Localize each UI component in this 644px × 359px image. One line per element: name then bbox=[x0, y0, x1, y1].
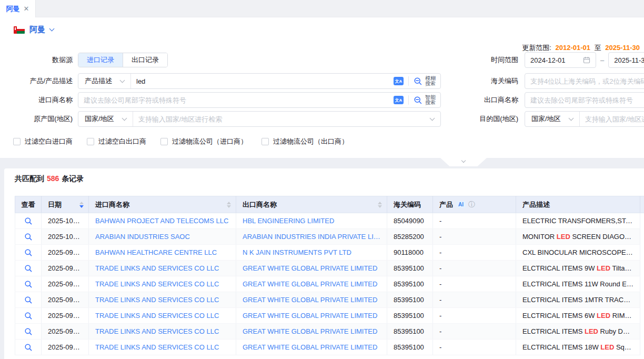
filter-blank-exporter[interactable]: 过滤空白出口商 bbox=[87, 137, 146, 146]
dest-country-input[interactable] bbox=[580, 115, 644, 123]
exporter-link[interactable]: ARABIAN INDUSTRIES INDIA PRIVATE LIMIT..… bbox=[243, 233, 380, 241]
scrollbar-track bbox=[640, 229, 644, 245]
origin-country-label: 原产国(地区) bbox=[0, 114, 73, 124]
view-record-button[interactable] bbox=[24, 280, 33, 288]
checkbox[interactable] bbox=[13, 138, 21, 145]
info-icon[interactable]: ⓘ bbox=[468, 201, 475, 208]
view-cell bbox=[15, 340, 42, 355]
product-search-input[interactable] bbox=[131, 77, 394, 85]
description-cell: ELCTRICAL ITEMS 1MTR TRACK PATT... bbox=[516, 292, 640, 308]
magnifier-icon bbox=[24, 248, 33, 257]
view-record-button[interactable] bbox=[24, 233, 33, 241]
view-record-button[interactable] bbox=[24, 312, 33, 320]
view-cell bbox=[15, 308, 42, 324]
view-record-button[interactable] bbox=[24, 248, 33, 257]
table-row: 2025-09-30 BAHWAN HEALTHCARE CENTRE LLC … bbox=[15, 245, 644, 261]
origin-country-group: 国家/地区 bbox=[78, 111, 441, 127]
view-record-button[interactable] bbox=[24, 264, 33, 273]
importer-link[interactable]: TRADE LINKS AND SERVICES CO LLC bbox=[95, 280, 229, 288]
checkbox[interactable] bbox=[87, 138, 94, 145]
magnifier-icon bbox=[24, 312, 33, 320]
update-range-end: 2025-11-30 bbox=[605, 44, 640, 52]
sort-control-date[interactable] bbox=[79, 202, 84, 208]
start-date-input[interactable]: 2024-12-01 bbox=[525, 52, 596, 68]
table-row: 2025-09-29 TRADE LINKS AND SERVICES CO L… bbox=[15, 308, 644, 324]
view-record-button[interactable] bbox=[24, 327, 33, 336]
importer-link[interactable]: TRADE LINKS AND SERVICES CO LLC bbox=[95, 264, 229, 272]
tab-export-records[interactable]: 出口记录 bbox=[123, 53, 167, 67]
country-selector[interactable]: 阿曼 bbox=[14, 25, 54, 35]
importer-link[interactable]: TRADE LINKS AND SERVICES CO LLC bbox=[95, 343, 229, 351]
exporter-link[interactable]: GREAT WHITE GLOBAL PRIVATE LIMITED bbox=[243, 327, 380, 335]
importer-link[interactable]: BAHWAN HEALTHCARE CENTRE LLC bbox=[95, 248, 229, 256]
hs-code-cell: 85395100 bbox=[387, 292, 433, 308]
hs-code-cell: 85395100 bbox=[387, 340, 433, 355]
exporter-link[interactable]: GREAT WHITE GLOBAL PRIVATE LIMITED bbox=[243, 280, 380, 288]
product-cell: - bbox=[433, 340, 516, 355]
filter-logistics-exporter[interactable]: 过滤物流公司（出口商） bbox=[261, 137, 348, 146]
scrollbar-track bbox=[640, 245, 644, 261]
product-cell: - bbox=[433, 292, 516, 308]
filter-logistics-importer[interactable]: 过滤物流公司（进口商） bbox=[160, 137, 247, 146]
hs-code-input[interactable] bbox=[525, 77, 644, 85]
translate-icon[interactable]: 文A bbox=[394, 77, 404, 85]
translate-icon[interactable]: 文A bbox=[394, 96, 404, 104]
column-exporter: 出口商名称 bbox=[236, 196, 387, 213]
filter-blank-importer[interactable]: 过滤空白进口商 bbox=[13, 137, 73, 146]
importer-link[interactable]: BAHWAN PROJECT AND TELECOMS LLC bbox=[95, 217, 229, 225]
exporter-link[interactable]: HBL ENGINEERING LIMITED bbox=[243, 217, 380, 225]
sort-control-exporter[interactable] bbox=[378, 202, 382, 208]
date-cell: 2025-09-30 bbox=[42, 245, 89, 261]
importer-link[interactable]: TRADE LINKS AND SERVICES CO LLC bbox=[95, 312, 229, 320]
product-cell: - bbox=[433, 245, 516, 261]
importer-link[interactable]: TRADE LINKS AND SERVICES CO LLC bbox=[95, 327, 229, 335]
tab-oman[interactable]: 阿曼 ✕ bbox=[0, 0, 36, 17]
checkbox[interactable] bbox=[261, 138, 269, 145]
exporter-link[interactable]: N K JAIN INSTRUMENTS PVT LTD bbox=[243, 248, 380, 256]
exporter-link[interactable]: GREAT WHITE GLOBAL PRIVATE LIMITED bbox=[243, 296, 380, 304]
hs-code-cell: 85395100 bbox=[387, 308, 433, 324]
hs-code-label: 海关编码 bbox=[442, 76, 518, 86]
fuzzy-search-button[interactable]: 模糊 搜索 bbox=[409, 76, 440, 86]
description-cell: ELCTRICAL ITEMS LED Ruby Down Li... bbox=[516, 324, 640, 340]
origin-country-type-select[interactable]: 国家/地区 bbox=[78, 112, 133, 126]
importer-link[interactable]: TRADE LINKS AND SERVICES CO LLC bbox=[95, 296, 229, 304]
dest-country-type-select[interactable]: 国家/地区 bbox=[525, 112, 580, 126]
importer-input[interactable] bbox=[78, 96, 394, 104]
view-record-button[interactable] bbox=[24, 217, 33, 225]
exporter-link[interactable]: GREAT WHITE GLOBAL PRIVATE LIMITED bbox=[243, 312, 380, 320]
tab-import-records[interactable]: 进口记录 bbox=[78, 53, 123, 67]
view-record-button[interactable] bbox=[24, 296, 33, 304]
view-cell bbox=[15, 276, 42, 292]
collapse-panel-button[interactable] bbox=[440, 158, 487, 166]
view-record-button[interactable] bbox=[24, 343, 33, 352]
exporter-link[interactable]: GREAT WHITE GLOBAL PRIVATE LIMITED bbox=[243, 343, 380, 351]
hs-code-cell: 85049090 bbox=[387, 213, 433, 229]
app-window: 阿曼 ✕ 阿曼 更新范围: 2012-01-01 至 2025-11-30 数据… bbox=[0, 0, 644, 359]
date-cell: 2025-09-29 bbox=[42, 261, 89, 276]
exporter-input[interactable] bbox=[525, 96, 644, 104]
table-row: 2025-10-07 ARABIAN INDUSTRIES SAOC ARABI… bbox=[15, 229, 644, 245]
chevron-down-icon bbox=[120, 77, 125, 83]
sort-control-importer[interactable] bbox=[227, 202, 231, 208]
scrollbar-track bbox=[640, 340, 644, 355]
view-cell bbox=[15, 324, 42, 340]
scrollbar-track bbox=[640, 213, 644, 229]
column-view: 查看 bbox=[15, 196, 42, 213]
chevron-down-icon bbox=[568, 115, 573, 121]
close-icon[interactable]: ✕ bbox=[24, 5, 29, 13]
checkbox[interactable] bbox=[160, 138, 168, 145]
table-row: 2025-09-29 TRADE LINKS AND SERVICES CO L… bbox=[15, 276, 644, 292]
scrollbar-track bbox=[640, 276, 644, 292]
browser-tab-bar: 阿曼 ✕ bbox=[0, 0, 644, 17]
ai-badge: AI bbox=[456, 201, 466, 208]
oman-flag-icon bbox=[14, 26, 25, 34]
column-product: 产品AIⓘ bbox=[433, 196, 516, 213]
end-date-input[interactable]: 2025-11-30 bbox=[608, 52, 644, 68]
importer-link[interactable]: ARABIAN INDUSTRIES SAOC bbox=[95, 233, 229, 241]
product-label: 产品/产品描述 bbox=[0, 76, 73, 86]
smart-search-button[interactable]: 智能 搜索 bbox=[409, 95, 440, 105]
product-type-select[interactable]: 产品描述 bbox=[78, 74, 131, 88]
origin-country-input[interactable] bbox=[133, 115, 430, 123]
exporter-link[interactable]: GREAT WHITE GLOBAL PRIVATE LIMITED bbox=[243, 264, 380, 272]
